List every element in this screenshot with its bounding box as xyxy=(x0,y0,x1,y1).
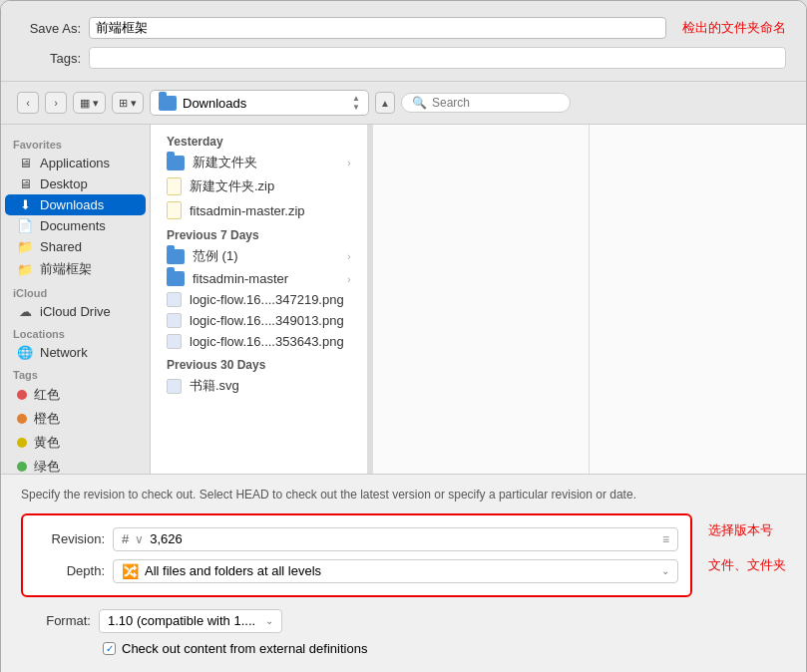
revision-prefix: # xyxy=(122,531,129,546)
view-grid-button[interactable]: ⊞ ▾ xyxy=(112,92,144,114)
sidebar-item-documents[interactable]: 📄 Documents xyxy=(5,215,146,236)
toolbar: ‹ › ▦ ▾ ⊞ ▾ Downloads ▲ ▼ ▲ 🔍 xyxy=(1,82,806,125)
tags-label: Tags: xyxy=(21,51,81,66)
list-item[interactable]: 新建文件夹 › xyxy=(151,151,367,174)
forward-button[interactable]: › xyxy=(45,92,67,114)
documents-icon: 📄 xyxy=(17,218,33,233)
location-selector[interactable]: Downloads ▲ ▼ xyxy=(150,90,369,116)
sidebar: Favorites 🖥 Applications 🖥 Desktop ⬇ Dow… xyxy=(1,125,151,474)
detail-panel-2 xyxy=(589,125,806,474)
save-as-label: Save As: xyxy=(21,21,81,36)
depth-row: Depth: 🔀 All files and folders at all le… xyxy=(35,555,678,587)
sidebar-item-desktop[interactable]: 🖥 Desktop xyxy=(5,173,146,194)
sidebar-item-network[interactable]: 🌐 Network xyxy=(5,342,146,363)
form-area: Revision: # ∨ 3,626 ≡ Depth: 🔀 All files… xyxy=(21,513,692,597)
back-button[interactable]: ‹ xyxy=(17,92,39,114)
sidebar-item-applications[interactable]: 🖥 Applications xyxy=(5,153,146,173)
filename-annotation: 检出的文件夹命名 xyxy=(682,19,786,37)
file-name: logic-flow.16....349013.png xyxy=(190,313,351,328)
revision-row: Revision: # ∨ 3,626 ≡ xyxy=(35,523,678,555)
sidebar-item-tag-orange[interactable]: 橙色 xyxy=(5,407,146,431)
description-text: Specify the revision to check out. Selec… xyxy=(21,487,786,504)
folder-icon xyxy=(167,249,185,264)
search-box: 🔍 xyxy=(401,93,571,113)
sidebar-item-qianduan[interactable]: 📁 前端框架 xyxy=(5,257,146,281)
list-item[interactable]: logic-flow.16....349013.png xyxy=(151,310,367,331)
depth-label: Depth: xyxy=(35,563,105,578)
network-icon: 🌐 xyxy=(17,345,33,360)
depth-select[interactable]: 🔀 All files and folders at all levels ⌄ xyxy=(113,559,678,583)
locations-label: Locations xyxy=(1,322,150,342)
prev7-header: Previous 7 Days xyxy=(151,222,367,244)
list-item[interactable]: 新建文件夹.zip xyxy=(151,174,367,198)
main-content: Favorites 🖥 Applications 🖥 Desktop ⬇ Dow… xyxy=(1,125,806,474)
file-name: fitsadmin-master xyxy=(193,271,339,286)
depth-chevron: ⌄ xyxy=(661,565,669,576)
list-item[interactable]: 书籍.svg xyxy=(151,374,367,398)
location-text: Downloads xyxy=(183,96,346,111)
depth-annotation: 文件、文件夹 xyxy=(708,556,786,574)
tag-dot-red xyxy=(17,390,27,400)
sidebar-label-tag-red: 红色 xyxy=(34,386,134,404)
shared-icon: 📁 xyxy=(17,239,33,254)
icloud-drive-icon: ☁ xyxy=(17,304,33,319)
sidebar-label-applications: Applications xyxy=(40,156,134,170)
save-dialog: Save As: 检出的文件夹命名 Tags: ‹ › ▦ ▾ ⊞ ▾ Down… xyxy=(0,0,807,672)
folder-icon xyxy=(167,156,185,170)
checkbox-row: ✓ Check out content from external defini… xyxy=(21,637,786,660)
file-arrow: › xyxy=(347,157,351,168)
save-as-input[interactable] xyxy=(89,17,666,39)
img-icon xyxy=(167,379,182,394)
search-icon: 🔍 xyxy=(412,96,427,110)
list-item[interactable]: fitsadmin-master.zip xyxy=(151,198,367,222)
sidebar-label-tag-orange: 橙色 xyxy=(34,410,134,428)
expand-button[interactable]: ▲ xyxy=(375,92,395,114)
sidebar-label-shared: Shared xyxy=(40,239,134,254)
qianduan-icon: 📁 xyxy=(17,262,33,277)
tags-input[interactable] xyxy=(89,47,786,69)
external-def-checkbox[interactable]: ✓ xyxy=(103,642,116,655)
sidebar-item-icloud-drive[interactable]: ☁ iCloud Drive xyxy=(5,301,146,322)
prev30-header: Previous 30 Days xyxy=(151,352,367,374)
search-input[interactable] xyxy=(432,96,560,110)
sidebar-label-qianduan: 前端框架 xyxy=(40,260,134,278)
list-item[interactable]: fitsadmin-master › xyxy=(151,268,367,289)
revision-menu-icon: ≡ xyxy=(662,532,669,546)
list-item[interactable]: 范例 (1) › xyxy=(151,244,367,268)
up-arrow: ▲ xyxy=(352,95,360,103)
sidebar-item-tag-red[interactable]: 红色 xyxy=(5,383,146,407)
revision-value: 3,626 xyxy=(150,531,656,546)
grid-arrow: ▾ xyxy=(131,97,137,110)
file-name: 范例 (1) xyxy=(193,247,339,265)
file-arrow: › xyxy=(347,273,351,285)
sidebar-label-tag-green: 绿色 xyxy=(34,458,134,474)
file-name: fitsadmin-master.zip xyxy=(190,203,351,218)
revision-input[interactable]: # ∨ 3,626 ≡ xyxy=(113,527,678,551)
view-list-button[interactable]: ▦ ▾ xyxy=(73,92,106,114)
downloads-icon: ⬇ xyxy=(17,197,33,212)
sidebar-label-documents: Documents xyxy=(40,218,134,233)
dialog-header: Save As: 检出的文件夹命名 Tags: xyxy=(1,1,806,82)
checkbox-label: Check out content from external definiti… xyxy=(122,641,367,656)
depth-icon: 🔀 xyxy=(122,563,139,579)
img-icon xyxy=(167,313,182,328)
annotations: 选择版本号 文件、文件夹 xyxy=(692,513,786,583)
tag-dot-orange xyxy=(17,414,27,424)
list-item[interactable]: logic-flow.16....353643.png xyxy=(151,331,367,352)
sidebar-item-downloads[interactable]: ⬇ Downloads xyxy=(5,194,146,215)
revision-label: Revision: xyxy=(35,531,105,546)
sidebar-item-tag-green[interactable]: 绿色 xyxy=(5,455,146,474)
zip-icon xyxy=(167,201,182,219)
list-arrow: ▾ xyxy=(93,97,99,110)
down-arrow: ▼ xyxy=(352,104,360,112)
favorites-label: Favorites xyxy=(1,133,150,153)
format-value: 1.10 (compatible with 1.... xyxy=(108,613,255,628)
sidebar-item-shared[interactable]: 📁 Shared xyxy=(5,236,146,257)
sidebar-item-tag-yellow[interactable]: 黄色 xyxy=(5,431,146,455)
format-arrow: ⌄ xyxy=(265,615,273,626)
file-arrow: › xyxy=(347,250,351,262)
list-item[interactable]: logic-flow.16....347219.png xyxy=(151,289,367,310)
detail-panel-1 xyxy=(372,125,590,474)
format-select[interactable]: 1.10 (compatible with 1.... ⌄ xyxy=(99,609,282,633)
sidebar-label-desktop: Desktop xyxy=(40,176,134,191)
